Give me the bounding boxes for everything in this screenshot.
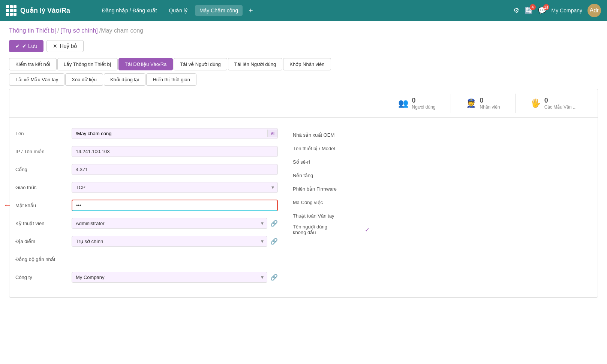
settings-button[interactable]: ⚙	[513, 6, 519, 15]
stat-nhan-vien[interactable]: 👮 0 Nhân viên	[451, 94, 515, 113]
btn-tai-len-nguoi-dung[interactable]: Tải lên Người dùng	[228, 58, 282, 70]
form-section: Tên VI IP / Tên miền Cổng	[9, 118, 598, 297]
chat-button[interactable]: 💬 13	[538, 6, 546, 15]
employee-icon: 👮	[466, 98, 476, 108]
refresh-badge: 4	[530, 4, 536, 10]
stat-mau-van-tay[interactable]: 🖐 0 Các Mẫu Vân ...	[515, 94, 592, 113]
app-logo: Quản lý Vào/Ra	[6, 5, 88, 16]
label-mat-khau: Mật khẩu	[15, 203, 72, 208]
toolbar-row-2: Tải về Mẫu Vân tay Xóa dữ liệu Khởi động…	[9, 73, 598, 86]
add-icon[interactable]: +	[246, 5, 256, 16]
btn-kiem-tra[interactable]: Kiểm tra kết nối	[9, 58, 57, 70]
right-label-ten-nguoi-dung: Tên người dùngkhông dấu ✓	[293, 224, 592, 235]
label-nha-san-xuat: Nhà sản xuất OEM	[293, 132, 360, 138]
mau-van-tay-count: 0	[544, 97, 577, 104]
cancel-label: Huỷ bỏ	[60, 43, 77, 49]
form-left: Tên VI IP / Tên miền Cổng	[15, 127, 278, 288]
chat-badge: 13	[543, 4, 549, 10]
fingerprint-icon: 🖐	[531, 98, 541, 108]
nhan-vien-count: 0	[480, 97, 500, 104]
ext-link-ky-thuat-vien[interactable]: 🔗	[270, 220, 278, 227]
avatar[interactable]: Adr	[588, 4, 601, 17]
mat-khau-input[interactable]	[72, 200, 278, 211]
btn-lay-thong-tin[interactable]: Lấy Thông tin Thiết bị	[57, 58, 118, 70]
btn-tai-ve-mau-van-tay[interactable]: Tải về Mẫu Vân tay	[9, 73, 64, 86]
company-info: My Company	[552, 7, 582, 13]
right-label-thuat-toan-van-tay: Thuật toán Vân tay	[293, 210, 592, 221]
users-icon: 👥	[398, 98, 408, 108]
right-label-phien-ban-firmware: Phiên bản Firmware	[293, 183, 592, 194]
right-labels-list: Nhà sản xuất OEM Tên thiết bị / Model Số…	[293, 127, 592, 235]
avatar-label: Adr	[590, 7, 599, 14]
app-title: Quản lý Vào/Ra	[20, 6, 70, 15]
label-ten-nguoi-dung: Tên người dùngkhông dấu	[293, 224, 360, 235]
top-actions: ⚙ 🔄 4 💬 13 My Company Adr	[513, 4, 601, 17]
row-mat-khau: ← Mật khẩu	[15, 198, 278, 212]
label-cong-ty: Công ty	[15, 274, 72, 280]
dia-diem-select[interactable]: Trụ sở chính	[72, 236, 267, 247]
top-navigation: Quản lý Vào/Ra Đăng nhập / Đăng xuất Quả…	[0, 0, 607, 21]
ky-thuat-vien-select[interactable]: Administrator	[72, 218, 267, 229]
menu-quan-ly[interactable]: Quản lý	[164, 5, 192, 16]
cong-ty-select[interactable]: My Company	[72, 272, 267, 283]
stat-nguoi-dung[interactable]: 👥 0 Người dùng	[383, 94, 451, 113]
btn-tai-du-lieu[interactable]: Tải Dữ liệu Vào/Ra	[118, 58, 173, 70]
toolbar-row-1: Kiểm tra kết nối Lấy Thông tin Thiết bị …	[9, 58, 598, 70]
save-label: ✔ Lưu	[22, 43, 37, 49]
btn-tai-ve-nguoi-dung[interactable]: Tải về Người dùng	[174, 58, 227, 70]
stat-info-nhan-vien: 0 Nhân viên	[480, 97, 500, 110]
nguoi-dung-label: Người dùng	[412, 104, 436, 110]
giao-thuc-select[interactable]: TCP UDP	[72, 182, 278, 193]
label-so-se-ri: Số sê-ri	[293, 159, 360, 165]
page-content: Thông tin Thiết bị / [Trụ sở chính] /May…	[0, 21, 607, 364]
right-label-nha-san-xuat: Nhà sản xuất OEM	[293, 130, 592, 140]
giao-thuc-select-wrap: TCP UDP ▾	[72, 182, 278, 193]
right-label-ten-thiet-bi: Tên thiết bị / Model	[293, 143, 592, 154]
label-dia-diem: Địa điểm	[15, 239, 72, 244]
breadcrumb-thong-tin[interactable]: Thông tin Thiết bị	[9, 27, 56, 34]
ky-thuat-vien-select-wrap: Administrator ▾	[72, 218, 267, 229]
row-ten: Tên VI	[15, 127, 278, 140]
row-dia-diem: Địa điểm Trụ sở chính ▾ 🔗	[15, 234, 278, 248]
menu-dang-nhap[interactable]: Đăng nhập / Đăng xuất	[97, 5, 161, 16]
btn-khoi-dong-lai[interactable]: Khởi động lại	[104, 73, 145, 86]
label-ma-cong-viec: Mã Công việc	[293, 200, 360, 205]
settings-icon: ⚙	[513, 6, 519, 15]
grid-icon	[6, 5, 16, 16]
ip-input[interactable]	[72, 146, 278, 157]
label-nen-tang: Nền tảng	[293, 173, 360, 178]
lang-badge: VI	[267, 130, 277, 137]
arrow-indicator: ←	[3, 200, 12, 210]
breadcrumb: Thông tin Thiết bị / [Trụ sở chính] /May…	[9, 27, 598, 34]
main-panel: 👥 0 Người dùng 👮 0 Nhân viên 🖐 0 Các Mẫu…	[9, 89, 598, 298]
label-dong-bo: Đồng bộ gần nhất	[15, 257, 72, 262]
btn-khop-nhan-vien[interactable]: Khớp Nhân viên	[283, 58, 331, 70]
company-name: My Company	[552, 7, 582, 13]
refresh-button[interactable]: 🔄 4	[525, 6, 533, 15]
save-button[interactable]: ✔ ✔ Lưu	[9, 40, 43, 52]
ext-link-cong-ty[interactable]: 🔗	[270, 274, 278, 281]
label-thuat-toan-van-tay: Thuật toán Vân tay	[293, 213, 360, 219]
right-label-nen-tang: Nền tảng	[293, 170, 592, 181]
label-cong: Cổng	[15, 167, 72, 172]
mau-van-tay-label: Các Mẫu Vân ...	[544, 104, 577, 110]
btn-xoa-du-lieu[interactable]: Xóa dữ liệu	[65, 73, 103, 86]
row-giao-thuc: Giao thức TCP UDP ▾	[15, 181, 278, 194]
label-ky-thuat-vien: Kỹ thuật viên	[15, 221, 72, 226]
label-phien-ban-firmware: Phiên bản Firmware	[293, 186, 360, 192]
cancel-button[interactable]: ✕ Huỷ bỏ	[46, 40, 84, 52]
check-icon: ✔	[15, 43, 20, 49]
label-ten: Tên	[15, 131, 72, 136]
label-ten-thiet-bi: Tên thiết bị / Model	[293, 146, 360, 151]
cong-input[interactable]	[72, 164, 278, 175]
row-ip: IP / Tên miền	[15, 145, 278, 158]
right-label-ma-cong-viec: Mã Công việc	[293, 197, 592, 207]
form-right: Nhà sản xuất OEM Tên thiết bị / Model Số…	[293, 127, 592, 288]
menu-may-cham-cong[interactable]: Máy Chấm công	[195, 5, 243, 16]
breadcrumb-sep2: /May cham cong	[99, 27, 143, 34]
ten-input[interactable]	[72, 128, 267, 139]
btn-hien-thi-thoi-gian[interactable]: Hiển thị thời gian	[146, 73, 196, 86]
right-label-so-se-ri: Số sê-ri	[293, 157, 592, 167]
row-cong: Cổng	[15, 163, 278, 176]
ext-link-dia-diem[interactable]: 🔗	[270, 238, 278, 245]
